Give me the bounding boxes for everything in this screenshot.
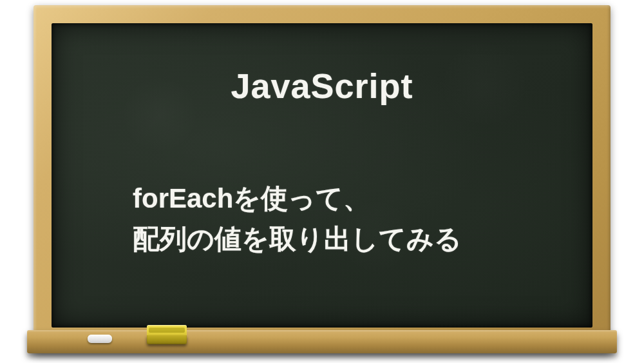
board-subtitle: forEachを使って、 配列の値を取り出してみる [133,178,462,259]
chalkboard-frame: JavaScript forEachを使って、 配列の値を取り出してみる [33,5,611,353]
eraser-icon [147,325,187,344]
chalkboard-surface: JavaScript forEachを使って、 配列の値を取り出してみる [52,23,592,328]
chalk-icon [88,335,112,343]
board-title: JavaScript [52,66,592,106]
chalk-tray [27,330,617,353]
